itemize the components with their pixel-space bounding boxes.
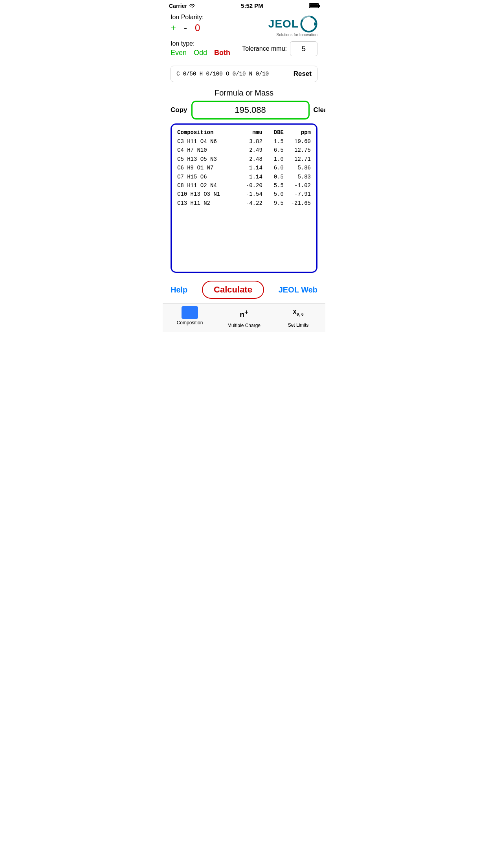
header-mmu: mmu [239,129,262,136]
set-limits-tab-icon: X0,6 [293,306,304,321]
row-ppm: 12.71 [284,155,311,164]
polarity-zero-display: 0 [195,22,200,33]
row-ppm: 19.60 [284,137,311,146]
row-mmu: -4.22 [239,199,262,208]
help-button[interactable]: Help [171,285,187,294]
row-composition: C6 H9 O1 N7 [177,164,239,172]
jeolweb-button[interactable]: JEOL Web [279,285,317,294]
formula-section-label: Formula or Mass [171,88,317,97]
row-dbe: 6.5 [262,146,284,154]
ion-polarity-label: Ion Polarity: [171,14,204,21]
row-dbe: 1.0 [262,155,284,164]
tolerance-section: Tolerance mmu: [242,41,317,56]
tab-set-limits[interactable]: X0,6 Set Limits [271,306,325,328]
ion-type-even-btn[interactable]: Even [171,49,187,57]
row-mmu: 1.14 [239,164,262,172]
time-label: 5:52 PM [241,2,263,9]
jeol-text: JEOL [268,18,299,30]
row-composition: C3 H11 O4 N6 [177,137,239,146]
tab-bar: Composition n+ Multiple Charge X0,6 Set … [163,303,325,332]
ion-type-buttons: Even Odd Both [171,49,230,57]
row-dbe: 9.5 [262,199,284,208]
clear-button[interactable]: Clear [314,106,326,114]
row-dbe: 1.5 [262,137,284,146]
row-mmu: -1.54 [239,190,262,199]
jeol-subtitle: Solutions for Innovation [276,33,317,37]
header-ppm: ppm [284,129,311,136]
ion-tolerance-row: Ion type: Even Odd Both Tolerance mmu: [171,40,317,61]
row-dbe: 5.5 [262,181,284,190]
jeol-circle-icon [300,15,317,33]
tolerance-input[interactable] [290,41,317,56]
multiple-charge-tab-icon: n+ [240,306,248,322]
row-composition: C13 H11 N2 [177,199,239,208]
results-rows: C3 H11 O4 N6 3.82 1.5 19.60 C4 H7 N10 2.… [177,137,311,208]
row-composition: C4 H7 N10 [177,146,239,154]
tab-composition[interactable]: Composition [163,306,217,328]
table-row[interactable]: C8 H11 O2 N4 -0.20 5.5 -1.02 [177,181,311,190]
battery-container [309,3,319,8]
row-mmu: 2.49 [239,146,262,154]
ion-type-label: Ion type: [171,40,230,47]
calculate-button[interactable]: Calculate [202,281,264,299]
polarity-minus-btn[interactable]: - [184,22,187,33]
ion-type-section: Ion type: Even Odd Both [171,40,230,57]
row-ppm: 5.86 [284,164,311,172]
ion-polarity-section: Ion Polarity: + - 0 [171,14,204,33]
row-mmu: 3.82 [239,137,262,146]
formula-input[interactable] [191,101,310,120]
table-row[interactable]: C4 H7 N10 2.49 6.5 12.75 [177,146,311,154]
reset-button[interactable]: Reset [289,70,312,78]
row-ppm: 12.75 [284,146,311,154]
composition-tab-icon [182,306,198,319]
ion-type-odd-btn[interactable]: Odd [194,49,207,57]
row-composition: C5 H13 O5 N3 [177,155,239,164]
polarity-plus-btn[interactable]: + [171,22,176,33]
battery-icon [309,3,319,8]
results-box: Composition mmu DBE ppm C3 H11 O4 N6 3.8… [171,123,317,273]
row-composition: C10 H13 O3 N1 [177,190,239,199]
row-dbe: 0.5 [262,173,284,181]
table-row[interactable]: C5 H13 O5 N3 2.48 1.0 12.71 [177,155,311,164]
table-row[interactable]: C13 H11 N2 -4.22 9.5 -21.65 [177,199,311,208]
jeol-logo: JEOL Solutions for Innovation [268,15,317,37]
header-row: Ion Polarity: + - 0 JEOL Solutions for I… [171,14,317,37]
row-ppm: -7.91 [284,190,311,199]
composition-limits-text: C 0/50 H 0/100 O 0/10 N 0/10 [176,71,289,77]
table-row[interactable]: C10 H13 O3 N1 -1.54 5.0 -7.91 [177,190,311,199]
header-dbe: DBE [262,129,284,136]
tab-multiple-charge[interactable]: n+ Multiple Charge [217,306,271,328]
row-mmu: 2.48 [239,155,262,164]
header-composition: Composition [177,129,239,136]
tab-composition-label: Composition [177,320,203,326]
row-ppm: -1.02 [284,181,311,190]
polarity-buttons: + - 0 [171,22,204,33]
row-ppm: 5.83 [284,173,311,181]
tolerance-label: Tolerance mmu: [242,45,287,52]
table-row[interactable]: C7 H15 O6 1.14 0.5 5.83 [177,173,311,181]
row-mmu: -0.20 [239,181,262,190]
table-row[interactable]: C3 H11 O4 N6 3.82 1.5 19.60 [177,137,311,146]
copy-button[interactable]: Copy [171,106,187,114]
action-bar: Help Calculate JEOL Web [163,279,325,303]
formula-input-row: Copy Clear [171,101,317,120]
row-composition: C8 H11 O2 N4 [177,181,239,190]
tab-multiple-charge-label: Multiple Charge [227,323,261,328]
carrier-label: Carrier [169,3,187,9]
main-content: Ion Polarity: + - 0 JEOL Solutions for I… [163,11,325,273]
tab-set-limits-label: Set Limits [288,322,309,328]
row-composition: C7 H15 O6 [177,173,239,181]
composition-limits-bar: C 0/50 H 0/100 O 0/10 N 0/10 Reset [171,66,317,82]
row-ppm: -21.65 [284,199,311,208]
status-bar: Carrier 5:52 PM [163,0,325,11]
formula-section: Formula or Mass Copy Clear [171,88,317,120]
row-mmu: 1.14 [239,173,262,181]
table-row[interactable]: C6 H9 O1 N7 1.14 6.0 5.86 [177,164,311,172]
row-dbe: 5.0 [262,190,284,199]
results-header: Composition mmu DBE ppm [177,129,311,136]
row-dbe: 6.0 [262,164,284,172]
status-left: Carrier [169,3,195,9]
wifi-icon [189,4,195,8]
jeol-logo-graphic: JEOL [268,15,317,33]
ion-type-both-btn[interactable]: Both [214,49,230,57]
